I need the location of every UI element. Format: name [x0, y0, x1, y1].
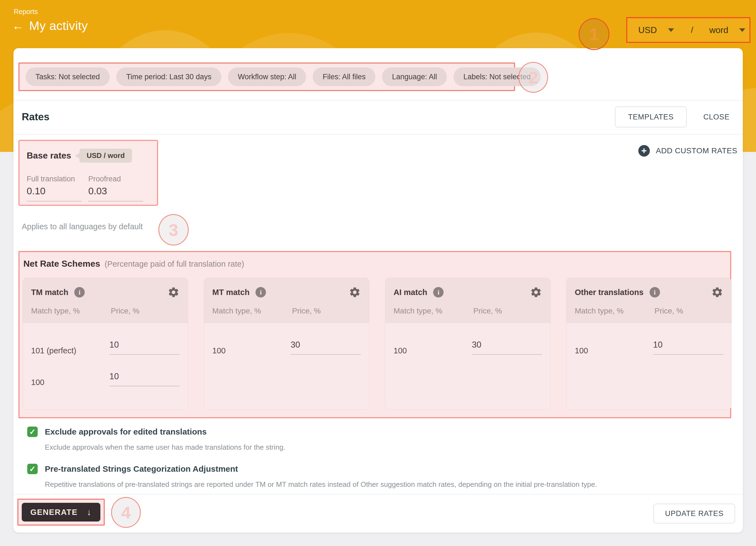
filters-highlight-box: Tasks: Not selected Time period: Last 30… — [18, 62, 515, 91]
info-icon[interactable] — [255, 287, 266, 298]
mt-match-title: MT match — [212, 288, 249, 297]
gear-icon[interactable] — [167, 286, 180, 298]
filter-chip-files[interactable]: Files: All files — [313, 67, 375, 86]
match-type-value: 100 — [212, 339, 291, 355]
unit-dropdown[interactable]: word — [709, 25, 745, 35]
step-badge-4: 4 — [111, 497, 141, 528]
update-rates-button[interactable]: UPDATE RATES — [653, 504, 735, 523]
match-type-column-label: Match type, % — [212, 307, 292, 316]
proofread-rate-input[interactable]: 0.03 — [88, 185, 143, 201]
price-column-label: Price, % — [473, 307, 502, 316]
option-pretranslated-adjustment: Pre-translated Strings Categorization Ad… — [27, 464, 732, 489]
net-rate-schemes-highlight-box: Net Rate Schemes (Percentage paid of ful… — [18, 251, 731, 418]
option-label: Pre-translated Strings Categorization Ad… — [45, 464, 238, 474]
filter-chip-workflow-step[interactable]: Workflow step: All — [228, 67, 306, 86]
rates-section-title: Rates — [22, 111, 50, 123]
checkbox-checked-icon[interactable] — [27, 427, 38, 437]
gear-icon[interactable] — [711, 286, 723, 298]
filter-chip-labels[interactable]: Labels: Not selected — [453, 67, 541, 86]
step-badge-3-number: 3 — [169, 220, 178, 240]
close-button[interactable]: CLOSE — [698, 106, 735, 127]
price-column-label: Price, % — [111, 307, 139, 316]
net-rate-schemes-title: Net Rate Schemes — [23, 259, 100, 269]
option-description: Exclude approvals when the same user has… — [45, 443, 732, 452]
currency-dropdown[interactable]: USD — [638, 25, 674, 35]
base-rates-highlight-box: Base rates USD / word Full translation 0… — [18, 140, 158, 206]
add-custom-rates-button[interactable]: ADD CUSTOM RATES — [638, 145, 737, 156]
report-settings-card: Tasks: Not selected Time period: Last 30… — [13, 48, 743, 533]
match-type-value: 100 — [575, 339, 653, 355]
step-badge-4-number: 4 — [121, 503, 131, 522]
price-input[interactable]: 30 — [291, 340, 361, 355]
rate-row: 100 10 — [575, 339, 723, 355]
divider — [13, 494, 743, 495]
templates-button[interactable]: TEMPLATES — [615, 106, 687, 127]
price-column-label: Price, % — [292, 307, 321, 316]
match-type-column-label: Match type, % — [575, 307, 655, 316]
generate-button[interactable]: GENERATE ↓ — [22, 503, 100, 522]
info-icon[interactable] — [74, 287, 85, 298]
currency-unit-selector: USD / word — [626, 17, 750, 43]
info-icon[interactable] — [433, 287, 444, 298]
currency-unit-separator: / — [691, 25, 693, 35]
match-type-value: 100 — [394, 339, 472, 355]
filter-chip-time-period[interactable]: Time period: Last 30 days — [116, 67, 221, 86]
price-input[interactable]: 30 — [472, 340, 542, 355]
ai-match-card: AI match Match type, % Price, % 100 — [385, 278, 550, 410]
step-badge-3: 3 — [158, 214, 189, 245]
other-translations-title: Other translations — [575, 288, 644, 297]
filter-chip-tasks[interactable]: Tasks: Not selected — [26, 67, 110, 86]
proofread-label: Proofread — [88, 175, 150, 183]
checkbox-checked-icon[interactable] — [27, 464, 38, 474]
match-type-column-label: Match type, % — [394, 307, 473, 316]
rate-row: 100 30 — [394, 339, 542, 355]
rate-row: 100 30 — [212, 339, 361, 355]
price-column-label: Price, % — [655, 307, 683, 316]
generate-button-label: GENERATE — [30, 508, 78, 517]
full-translation-label: Full translation — [27, 175, 88, 183]
page-title: My activity — [29, 19, 88, 33]
plus-icon — [638, 145, 650, 156]
base-rates-note: Applies to all languages by default — [22, 222, 143, 231]
price-input[interactable]: 10 — [653, 340, 723, 355]
price-input[interactable]: 10 — [109, 372, 180, 386]
option-label: Exclude approvals for edited translation… — [45, 427, 207, 437]
full-translation-rate-input[interactable]: 0.10 — [27, 185, 82, 201]
match-type-column-label: Match type, % — [31, 307, 111, 316]
gear-icon[interactable] — [349, 286, 361, 298]
currency-value: USD — [638, 25, 657, 35]
tm-match-title: TM match — [31, 288, 68, 297]
match-type-value: 101 (perfect) — [31, 339, 109, 355]
option-description: Repetitive translations of pre-translate… — [45, 480, 732, 489]
breadcrumb[interactable]: Reports — [14, 8, 38, 16]
match-type-value: 100 — [31, 371, 109, 387]
base-rates-title: Base rates — [27, 150, 71, 161]
mt-match-card: MT match Match type, % Price, % 100 — [204, 278, 369, 410]
generate-highlight-box: GENERATE ↓ — [17, 499, 105, 526]
unit-value: word — [709, 25, 728, 35]
rate-row: 100 10 — [31, 371, 180, 387]
ai-match-title: AI match — [394, 288, 427, 297]
price-input[interactable]: 10 — [109, 340, 180, 355]
divider — [13, 134, 743, 134]
net-rate-schemes-subtitle: (Percentage paid of full translation rat… — [105, 259, 244, 268]
gear-icon[interactable] — [530, 286, 542, 298]
filter-chip-language[interactable]: Language: All — [382, 67, 447, 86]
back-arrow-icon[interactable]: ← — [12, 20, 24, 32]
add-custom-rates-label: ADD CUSTOM RATES — [656, 146, 737, 155]
other-translations-card: Other translations Match type, % Price, … — [567, 278, 732, 410]
option-exclude-approvals: Exclude approvals for edited translation… — [27, 427, 732, 452]
download-arrow-icon: ↓ — [87, 507, 92, 517]
tm-match-card: TM match Match type, % Price, % 101 (per… — [23, 278, 188, 410]
rate-row: 101 (perfect) 10 — [31, 339, 180, 355]
chevron-down-icon — [739, 28, 745, 32]
chevron-down-icon — [668, 28, 674, 32]
info-icon[interactable] — [650, 287, 660, 298]
base-rates-unit-badge: USD / word — [79, 149, 132, 163]
